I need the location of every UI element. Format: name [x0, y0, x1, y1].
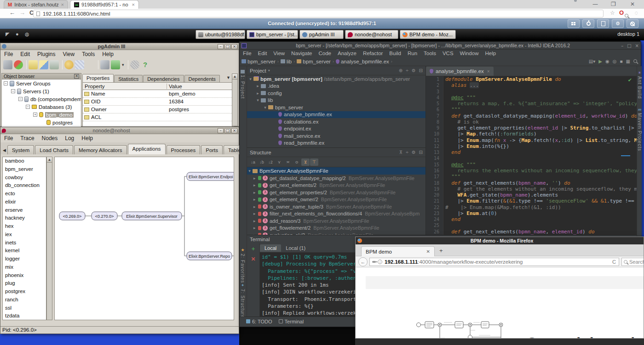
pgadmin-titlebar[interactable]: pgAdmin III — [0, 43, 239, 50]
application-list-item[interactable]: cowboy — [3, 174, 46, 182]
tree-expander-icon[interactable]: − — [11, 89, 15, 93]
panel-settings-gear-icon[interactable]: ⚙ — [412, 68, 416, 73]
minimize-button[interactable]: – — [621, 43, 623, 48]
observer-tab[interactable]: System — [7, 145, 34, 154]
minimize-button[interactable] — [218, 128, 224, 133]
application-list-item[interactable]: plug — [3, 279, 46, 288]
taskbar-window-button[interactable]: bpm_server - [/st... — [247, 30, 298, 39]
structure-function-row[interactable]: λ get_next_elements/2 BpmServer.AnalyseB… — [247, 182, 426, 189]
menu-item[interactable]: Tools — [78, 51, 98, 58]
tree-row[interactable]: − Servers (1) — [2, 87, 81, 95]
window-close-button[interactable]: ✕ — [630, 1, 635, 7]
menu-item[interactable]: View — [270, 51, 288, 56]
tree-arrow-icon[interactable]: ▸ — [255, 84, 260, 88]
tab-close-icon[interactable]: ✕ — [426, 249, 430, 254]
firefox-tab[interactable]: BPM demo ✕ — [361, 246, 435, 256]
tree-row[interactable]: − db (composebpmdemo — [2, 95, 81, 103]
project-view-dropdown-icon[interactable]: ▾ — [268, 68, 270, 73]
sort-arity-icon[interactable]: ↓2 — [266, 158, 275, 166]
reload-icon[interactable]: C — [612, 259, 616, 265]
tree-expander-icon[interactable]: − — [26, 105, 30, 109]
detail-tab[interactable]: Dependencies — [143, 75, 184, 82]
coverage-icon[interactable]: ◎ — [613, 59, 617, 64]
tree-expander-icon[interactable]: − — [18, 97, 23, 101]
close-session-icon[interactable]: ✕ — [251, 256, 255, 262]
filter-data-icon[interactable] — [86, 60, 95, 69]
help-icon[interactable]: ? — [141, 60, 150, 69]
maximize-button[interactable] — [224, 128, 230, 133]
firefox-titlebar[interactable]: BPM demo - Mozilla Firefox — [356, 237, 644, 244]
application-list-item[interactable]: hex — [3, 222, 46, 231]
observer-tab[interactable]: Memory Allocators — [74, 145, 127, 154]
taskbar-window-button[interactable]: pgAdmin III — [299, 30, 344, 39]
menu-item[interactable]: Trace — [17, 135, 38, 142]
property-row[interactable]: Owner postgres — [83, 106, 234, 113]
stripe-favorites-button[interactable]: ★ 2: Favorites — [240, 248, 245, 283]
property-row[interactable]: Name bpm_demo — [83, 90, 234, 98]
taskbar-dot-icon[interactable]: ● — [16, 31, 19, 37]
close-button[interactable]: × — [635, 43, 639, 48]
application-list-item[interactable]: elixir — [3, 198, 46, 206]
connect-plug-icon[interactable] — [3, 60, 12, 69]
tree-arrow-icon[interactable]: ▸ — [255, 91, 260, 96]
project-tree-row[interactable]: ▸ .idea — [247, 83, 426, 90]
application-list-item[interactable]: kernel — [3, 247, 46, 255]
run-config-icon[interactable]: ▤▾ — [589, 59, 595, 64]
taskbar-window-button[interactable]: BPM demo - Moz... — [400, 30, 456, 39]
forward-icon[interactable]: → — [19, 9, 25, 16]
tree-arrow-icon[interactable]: ▾ — [263, 105, 268, 110]
minimize-button[interactable] — [218, 44, 224, 49]
close-button[interactable] — [231, 128, 237, 133]
column-header-property[interactable]: Property — [83, 84, 167, 89]
panel-settings-gear-icon[interactable]: ⚙ — [412, 150, 416, 155]
tree-expander-icon[interactable]: + — [33, 113, 37, 117]
application-list-item[interactable]: ecto — [3, 190, 46, 198]
create-icon[interactable] — [39, 60, 48, 69]
panel-close-icon[interactable]: ✕ — [74, 74, 79, 79]
application-list-item[interactable]: tzdata — [3, 312, 46, 320]
expand-icon[interactable]: ÷ — [406, 150, 408, 155]
menu-item[interactable]: Log — [61, 135, 78, 142]
stripe-structure-button[interactable]: ✦ 7: Structure — [240, 283, 245, 318]
application-list-item[interactable]: mix — [3, 263, 46, 271]
desktop-pager-label[interactable]: desktop 1 — [617, 31, 639, 37]
autoscroll-icon[interactable]: ⊼ — [399, 150, 402, 155]
project-tree-row[interactable]: endpoint.ex — [247, 125, 426, 133]
breadcrumb-item[interactable]: analyse_bpmnfile.ex › — [336, 59, 392, 64]
menu-item[interactable]: Build — [386, 51, 404, 56]
menu-item[interactable]: View — [59, 51, 78, 58]
project-panel-header[interactable]: Project ▾ ⊕ ÷ ⚙ ⊟ — [247, 66, 426, 75]
properties-icon[interactable] — [29, 60, 38, 69]
maintenance-wrench-icon[interactable] — [100, 60, 109, 69]
stop-icon[interactable]: ■ — [620, 59, 623, 64]
tab-overflow-icon[interactable]: ▼ — [226, 75, 230, 80]
stripe-maven-button[interactable]: m Maven Projects — [637, 107, 642, 151]
menu-item[interactable]: Edit — [17, 51, 34, 58]
window-minimize-button[interactable]: — — [592, 1, 598, 7]
group-icon[interactable]: ⋎ — [275, 158, 283, 166]
project-tree-row[interactable]: analyse_bpmnfile.ex — [247, 111, 426, 119]
property-row[interactable]: ACL — [83, 113, 234, 121]
breadcrumb-item[interactable]: lib › — [281, 59, 295, 64]
menu-item[interactable]: Help — [482, 51, 499, 56]
menu-item[interactable]: Analyze — [334, 51, 360, 56]
vnc-settings-gear-icon[interactable]: ⚙ — [612, 19, 624, 28]
structure-function-row[interactable]: λ add_reason/3 BpmServer.AnalyseBpmnFile — [247, 217, 426, 225]
structure-function-row[interactable]: λ get_element_owner/2 BpmServer.AnalyseB… — [247, 196, 426, 204]
taskbar-window-button[interactable]: nonode@nohost — [345, 30, 398, 39]
project-tree-row[interactable]: ▸ config — [247, 90, 426, 97]
new-tab-plus-icon[interactable]: + — [439, 247, 443, 254]
sort-alpha-icon[interactable]: ↓a — [249, 158, 257, 166]
tab-close-icon[interactable]: × — [487, 69, 490, 74]
property-row[interactable]: OID 16384 — [83, 98, 234, 106]
menu-item[interactable]: Nodes — [38, 135, 62, 142]
taskbar-globe-icon[interactable]: ◍ — [25, 31, 29, 37]
vnc-disconnect-button[interactable] — [627, 19, 638, 28]
detail-tab[interactable]: Dependents — [184, 75, 220, 82]
detail-tab[interactable]: Statistics — [114, 75, 143, 82]
new-session-plus-icon[interactable]: + — [252, 245, 255, 252]
structure-function-row[interactable]: λ is_owner_name_tuple/3 BpmServer.Analys… — [247, 203, 426, 210]
sql-query-icon[interactable] — [64, 60, 74, 69]
project-tree-row[interactable]: mail_service.ex — [247, 132, 426, 140]
search-everywhere-icon[interactable] — [633, 59, 637, 64]
